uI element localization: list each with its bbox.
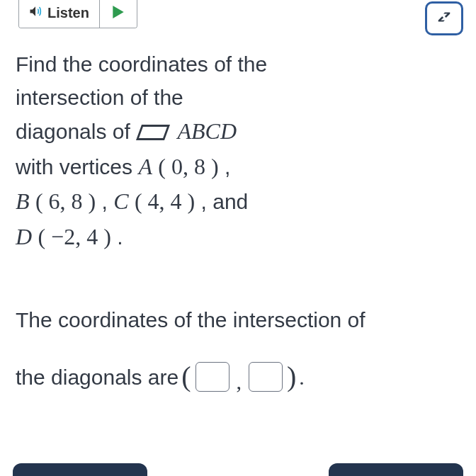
- content-area: Find the coordinates of the intersection…: [0, 35, 476, 409]
- answer-prompt: The coordinates of the intersection of t…: [16, 295, 460, 409]
- vertex-a-coords: ( 0, 8 ): [158, 154, 218, 179]
- bottom-nav: [0, 463, 476, 476]
- vertex-c: C: [113, 188, 128, 214]
- play-icon: [113, 6, 124, 21]
- listen-button[interactable]: Listen: [19, 0, 100, 28]
- top-toolbar: Listen: [0, 0, 476, 35]
- open-paren: (: [181, 344, 191, 409]
- parallelogram-icon: [136, 125, 170, 140]
- question-line: D ( −2, 4 ) .: [16, 220, 460, 255]
- close-paren: ): [287, 344, 296, 409]
- bottom-left-button[interactable]: [13, 463, 147, 476]
- bottom-right-button[interactable]: [329, 463, 463, 476]
- question-line: intersection of the: [16, 81, 460, 115]
- vertex-b-coords: ( 6, 8 ): [35, 188, 96, 214]
- vertex-d-coords: ( −2, 4 ): [38, 224, 110, 249]
- listen-label: Listen: [47, 5, 89, 21]
- answer-line: The coordinates of the intersection of: [16, 295, 460, 344]
- shape-label: ABCD: [177, 118, 237, 144]
- answer-input-line: the diagonals are ( , ) .: [16, 344, 460, 409]
- tools-icon: [436, 9, 452, 28]
- vertex-d: D: [16, 224, 32, 249]
- question-text: Find the coordinates of the intersection…: [16, 48, 460, 254]
- answer-x-input[interactable]: [196, 362, 230, 392]
- listen-button-group: Listen: [18, 0, 137, 28]
- vertex-a: A: [138, 154, 152, 179]
- question-line: diagonals of ABCD: [16, 114, 460, 149]
- coord-comma: ,: [234, 357, 245, 406]
- play-button[interactable]: [100, 0, 137, 28]
- vertex-b: B: [16, 188, 30, 214]
- vertex-c-coords: ( 4, 4 ): [135, 188, 195, 214]
- tools-button[interactable]: [425, 1, 463, 35]
- question-line: Find the coordinates of the: [16, 48, 460, 81]
- answer-prefix: the diagonals are: [16, 353, 178, 402]
- speaker-icon: [28, 4, 43, 22]
- question-line: with vertices A ( 0, 8 ) ,: [16, 149, 460, 185]
- answer-y-input[interactable]: [249, 362, 283, 392]
- answer-period: .: [299, 353, 305, 402]
- question-line: B ( 6, 8 ) , C ( 4, 4 ) , and: [16, 184, 460, 220]
